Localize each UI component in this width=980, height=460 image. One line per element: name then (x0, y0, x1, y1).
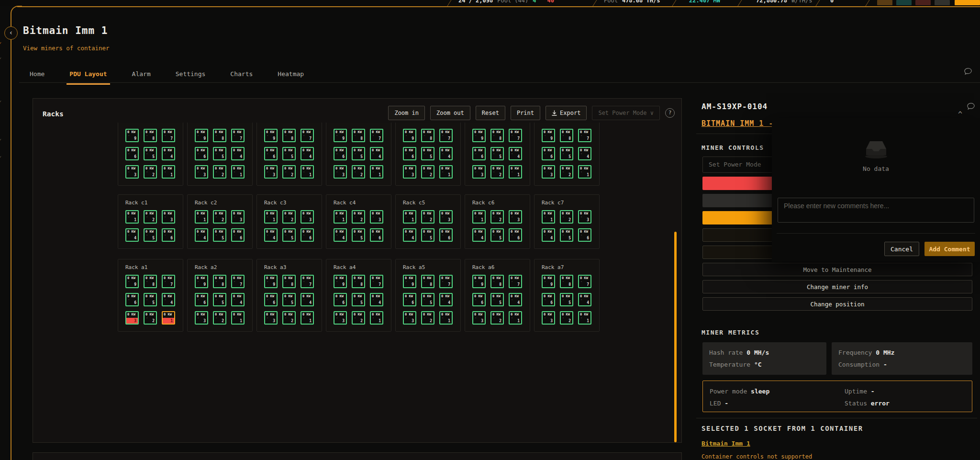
miner-socket-5[interactable]: 0 KW-5 (352, 228, 365, 242)
miner-socket-8[interactable]: 0 KW-8 (144, 275, 157, 288)
miner-socket-5[interactable]: 0 KW-5 (144, 228, 157, 242)
miner-socket-3[interactable]: 0 KW-3 (125, 165, 139, 179)
miner-socket-6[interactable]: 0 KW-6 (125, 147, 139, 160)
set-power-mode-toolbar-button[interactable]: Set Power Mode ∨ (592, 106, 660, 120)
topbar-status-tile[interactable] (935, 0, 950, 5)
miner-socket-2[interactable]: 0 KW-2 (560, 165, 573, 179)
miner-socket-4[interactable]: 0 KW-4 (301, 147, 314, 160)
miner-socket-9[interactable]: 0 KW-9 (125, 275, 139, 288)
miner-socket-5[interactable]: 0 KW-5 (560, 293, 573, 306)
miner-socket-8[interactable]: 0 KW-8 (213, 129, 226, 142)
miner-socket-3[interactable]: 0 KW-3 (264, 311, 278, 325)
back-button[interactable]: ‹ (4, 26, 18, 40)
miner-socket-1[interactable]: 0 KW-1 (578, 311, 591, 325)
miner-socket-3[interactable]: 0 KW-3 (472, 311, 486, 325)
miner-socket-6[interactable]: 0 KW-6 (578, 228, 591, 242)
miner-socket-9[interactable]: 0 KW-9 (403, 129, 416, 142)
topbar-status-tile[interactable] (915, 0, 931, 5)
comment-bubble-icon[interactable] (964, 67, 972, 76)
miner-comment-icon[interactable] (967, 102, 975, 111)
miner-socket-8[interactable]: 0 KW-8 (560, 275, 573, 288)
reset-button[interactable]: Reset (476, 106, 505, 120)
miner-socket-2[interactable]: 0 KW-2 (213, 165, 226, 179)
miner-socket-8[interactable]: 0 KW-8 (144, 129, 157, 142)
miner-socket-2[interactable]: 0 KW-2 (282, 210, 296, 224)
miner-socket-7[interactable]: 0 KW-7 (509, 129, 522, 142)
miner-socket-6[interactable]: 0 KW-6 (542, 293, 555, 306)
cancel-button[interactable]: Cancel (884, 242, 919, 256)
miner-socket-3[interactable]: 0 KW-3 (403, 165, 416, 179)
miner-socket-6[interactable]: 0 KW-6 (195, 293, 208, 306)
miner-socket-1[interactable]: 0 KW-1 (162, 311, 175, 325)
miner-socket-1[interactable]: 0 KW-1 (578, 165, 591, 179)
miner-socket-3[interactable]: 0 KW-3 (264, 165, 278, 179)
change-miner-info-button[interactable]: Change miner info (702, 280, 972, 293)
miner-socket-3[interactable]: 0 KW-3 (509, 210, 522, 224)
miner-socket-4[interactable]: 0 KW-4 (578, 293, 591, 306)
miner-socket-2[interactable]: 0 KW-2 (490, 165, 504, 179)
miner-socket-9[interactable]: 0 KW-9 (542, 129, 555, 142)
miner-socket-5[interactable]: 0 KW-5 (560, 147, 573, 160)
miner-socket-4[interactable]: 0 KW-4 (334, 228, 347, 242)
miner-socket-6[interactable]: 0 KW-6 (162, 228, 175, 242)
print-button[interactable]: Print (511, 106, 540, 120)
miner-socket-7[interactable]: 0 KW-7 (301, 129, 314, 142)
miner-socket-7[interactable]: 0 KW-7 (439, 129, 453, 142)
miner-socket-2[interactable]: 0 KW-2 (282, 311, 296, 325)
miner-socket-5[interactable]: 0 KW-5 (282, 228, 296, 242)
selected-container-link[interactable]: Bitmain Imm 1 (702, 440, 750, 447)
miner-socket-8[interactable]: 0 KW-8 (282, 129, 296, 142)
miner-socket-1[interactable]: 0 KW-1 (334, 210, 347, 224)
miner-socket-4[interactable]: 0 KW-4 (509, 147, 522, 160)
miner-socket-7[interactable]: 0 KW-7 (439, 275, 453, 288)
miner-socket-2[interactable]: 0 KW-2 (490, 311, 504, 325)
miner-socket-1[interactable]: 0 KW-1 (439, 311, 453, 325)
export-button[interactable]: Export (546, 106, 587, 120)
miner-socket-4[interactable]: 0 KW-4 (542, 228, 555, 242)
miner-socket-4[interactable]: 0 KW-4 (231, 293, 245, 306)
miner-socket-8[interactable]: 0 KW-8 (560, 129, 573, 142)
miner-socket-6[interactable]: 0 KW-6 (334, 293, 347, 306)
miner-socket-2[interactable]: 0 KW-2 (421, 165, 434, 179)
miner-socket-8[interactable]: 0 KW-8 (352, 129, 365, 142)
miner-socket-2[interactable]: 0 KW-2 (144, 165, 157, 179)
miner-socket-1[interactable]: 0 KW-1 (509, 165, 522, 179)
miner-socket-1[interactable]: 0 KW-1 (403, 210, 416, 224)
miner-socket-4[interactable]: 0 KW-4 (509, 293, 522, 306)
racks-scrollbar[interactable] (674, 232, 677, 442)
miner-socket-8[interactable]: 0 KW-8 (490, 129, 504, 142)
miner-socket-3[interactable]: 0 KW-3 (195, 165, 208, 179)
miner-socket-2[interactable]: 0 KW-2 (490, 210, 504, 224)
comment-textarea[interactable] (778, 198, 974, 223)
miner-socket-3[interactable]: 0 KW-3 (542, 311, 555, 325)
miner-socket-6[interactable]: 0 KW-6 (439, 228, 453, 242)
miner-socket-5[interactable]: 0 KW-5 (490, 228, 504, 242)
miner-socket-5[interactable]: 0 KW-5 (421, 293, 434, 306)
miner-socket-7[interactable]: 0 KW-7 (370, 275, 383, 288)
miner-socket-5[interactable]: 0 KW-5 (560, 228, 573, 242)
miner-socket-7[interactable]: 0 KW-7 (578, 129, 591, 142)
topbar-status-tile[interactable] (877, 0, 892, 5)
miner-socket-6[interactable]: 0 KW-6 (472, 147, 486, 160)
miner-socket-9[interactable]: 0 KW-9 (195, 275, 208, 288)
miner-socket-5[interactable]: 0 KW-5 (352, 293, 365, 306)
miner-socket-4[interactable]: 0 KW-4 (578, 147, 591, 160)
change-position-button[interactable]: Change position (702, 297, 972, 311)
miner-socket-7[interactable]: 0 KW-7 (509, 275, 522, 288)
miner-socket-5[interactable]: 0 KW-5 (490, 293, 504, 306)
miner-socket-3[interactable]: 0 KW-3 (125, 311, 139, 325)
miner-socket-9[interactable]: 0 KW-9 (125, 129, 139, 142)
miner-socket-2[interactable]: 0 KW-2 (213, 210, 226, 224)
miner-socket-1[interactable]: 0 KW-1 (195, 210, 208, 224)
miner-socket-1[interactable]: 0 KW-1 (370, 311, 383, 325)
miner-socket-4[interactable]: 0 KW-4 (125, 228, 139, 242)
miner-socket-5[interactable]: 0 KW-5 (213, 228, 226, 242)
move-to-maintenance-button[interactable]: Move to Maintenance (702, 263, 972, 276)
miner-socket-3[interactable]: 0 KW-3 (231, 210, 245, 224)
miner-socket-3[interactable]: 0 KW-3 (578, 210, 591, 224)
miner-socket-3[interactable]: 0 KW-3 (195, 311, 208, 325)
miner-socket-7[interactable]: 0 KW-7 (231, 275, 245, 288)
miner-socket-2[interactable]: 0 KW-2 (421, 210, 434, 224)
miner-socket-5[interactable]: 0 KW-5 (421, 228, 434, 242)
miner-socket-8[interactable]: 0 KW-8 (213, 275, 226, 288)
